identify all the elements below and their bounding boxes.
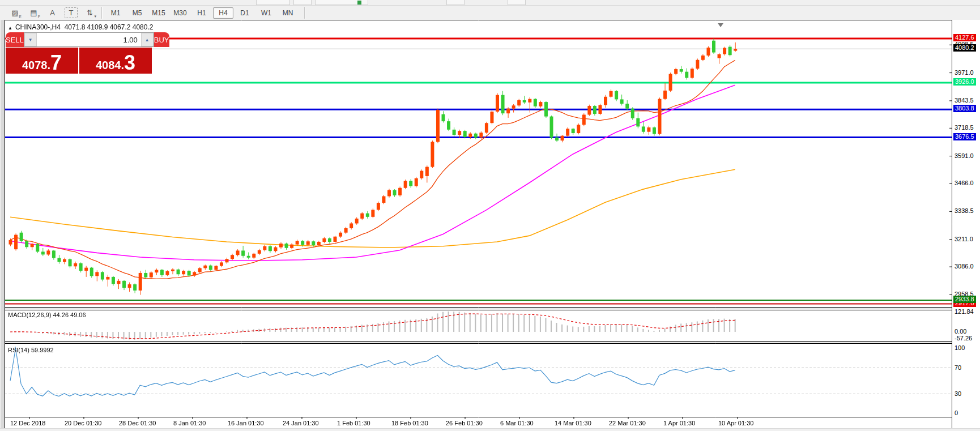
price-tick-label: 3086.0: [955, 263, 974, 270]
label-tool-icon[interactable]: T: [65, 7, 78, 18]
time-axis-label[interactable]: 12 Dec 2018: [10, 420, 45, 426]
time-axis-label[interactable]: 1 Apr 01:30: [663, 420, 695, 426]
rsi-scale-label: 30: [955, 390, 961, 397]
volume-control: ▼ ▲: [24, 32, 154, 47]
timeframe-w1-button[interactable]: W1: [256, 7, 276, 19]
macd-indicator-label: MACD(12,26,9) 44.26 49.06: [8, 311, 86, 318]
macd-scale-label: 0.00: [955, 328, 966, 335]
timeframe-m1-button[interactable]: M1: [105, 7, 126, 19]
price-axis[interactable]: 4098.53971.03843.53718.53591.03466.03338…: [952, 20, 980, 428]
time-axis-label[interactable]: 24 Jan 01:30: [283, 420, 319, 426]
clipped-toolbar-row: [0, 0, 980, 6]
price-tick-label: 3718.5: [955, 124, 974, 131]
volume-decrease-icon[interactable]: ▼: [24, 33, 37, 46]
toolbar-fragment: [293, 0, 312, 5]
time-axis-label[interactable]: 22 Mar 01:30: [609, 420, 646, 426]
collapse-icon[interactable]: ▲: [8, 25, 12, 31]
channel-tool-icon[interactable]: ▨E: [7, 6, 23, 19]
toolbar-fragment-green-icon: [357, 1, 361, 5]
time-axis-label[interactable]: 26 Feb 01:30: [446, 420, 483, 426]
rsi-indicator-label: RSI(14) 59.9992: [8, 347, 54, 353]
toolbar: ▨E ▤F A T ⇅▾ M1 M5 M15 M30 H1 H4 D1 W1 M…: [0, 6, 980, 20]
macd-scale-label: -57.26: [955, 335, 972, 342]
time-axis-label[interactable]: 10 Apr 01:30: [718, 420, 753, 426]
timeframe-mn-button[interactable]: MN: [278, 7, 298, 19]
sell-button[interactable]: SELL: [6, 32, 24, 47]
rsi-scale-label: 0: [955, 409, 958, 416]
price-marker-3676.5: 3676.5: [953, 133, 976, 140]
price-tick-label: 3338.5: [955, 207, 974, 214]
time-axis-label[interactable]: 6 Mar 01:30: [500, 420, 534, 426]
toolbar-fragment: [508, 0, 526, 5]
chart-title: ▲CHINA300-,H4 4071.8 4109.9 4067.2 4080.…: [8, 23, 153, 31]
volume-increase-icon[interactable]: ▲: [141, 33, 154, 46]
timeframe-d1-button[interactable]: D1: [235, 7, 255, 19]
price-tick-label: 3971.0: [955, 69, 974, 76]
price-marker-3926.0: 3926.0: [953, 78, 976, 86]
one-click-trading-panel: SELL ▼ ▲ BUY 4078.7 4084.3: [6, 32, 152, 74]
buy-price-display[interactable]: 4084.3: [79, 48, 152, 74]
volume-input[interactable]: [37, 33, 141, 46]
price-tick-label: 3466.0: [955, 180, 974, 186]
time-axis-label[interactable]: 1 Feb 01:30: [337, 420, 370, 426]
timeframe-m15-button[interactable]: M15: [148, 7, 169, 19]
time-axis-label[interactable]: 16 Jan 01:30: [228, 420, 264, 426]
time-axis-label[interactable]: 20 Dec 01:30: [65, 420, 101, 426]
ohlc-readout: 4071.8 4109.9 4067.2 4080.2: [65, 23, 154, 31]
symbol-period-label: CHINA300-,H4: [15, 23, 61, 31]
price-tick-label: 3211.0: [955, 236, 973, 242]
toolbar-separator: [304, 7, 305, 19]
trading-platform-window: ▨E ▤F A T ⇅▾ M1 M5 M15 M30 H1 H4 D1 W1 M…: [0, 0, 980, 431]
toolbar-separator: [101, 7, 103, 19]
price-tick-label: 3591.0: [955, 152, 974, 159]
time-axis-label[interactable]: 8 Jan 01:30: [173, 420, 206, 426]
price-marker-4080.2: 4080.2: [953, 44, 976, 52]
timeframe-h4-button[interactable]: H4: [213, 7, 233, 19]
time-axis-label[interactable]: 14 Mar 01:30: [555, 420, 591, 426]
price-tick-label: 3843.5: [955, 97, 974, 104]
arrows-tool-icon[interactable]: ⇅▾: [82, 6, 98, 19]
timeframe-m30-button[interactable]: M30: [170, 7, 190, 19]
chart-area[interactable]: [5, 20, 952, 428]
buy-price-pips: 3: [124, 53, 135, 72]
price-marker-2933.8: 2933.8: [953, 296, 976, 303]
sell-price-display[interactable]: 4078.7: [6, 48, 78, 74]
time-axis-label[interactable]: 28 Dec 01:30: [119, 420, 156, 426]
time-axis-label[interactable]: 18 Feb 01:30: [391, 420, 428, 426]
toolbar-fragment: [256, 0, 290, 5]
sell-price-main: 4078: [22, 58, 48, 72]
toolbar-fragment: [446, 0, 465, 5]
chart-canvas[interactable]: [5, 20, 952, 428]
rsi-scale-label: 70: [955, 364, 961, 371]
text-tool-icon[interactable]: A: [44, 6, 61, 19]
timeframe-m5-button[interactable]: M5: [127, 7, 147, 19]
buy-button[interactable]: BUY: [154, 32, 169, 47]
price-marker-3803.8: 3803.8: [953, 105, 976, 112]
fibonacci-tool-icon[interactable]: ▤F: [25, 6, 42, 19]
rsi-scale-label: 100: [955, 344, 965, 351]
macd-scale-label: 121.84: [955, 308, 974, 315]
sell-price-pips: 7: [50, 53, 62, 72]
timeframe-h1-button[interactable]: H1: [191, 7, 212, 19]
price-marker-4127.6: 4127.6: [953, 34, 976, 41]
buy-price-main: 4084: [96, 58, 121, 72]
window-bottom-edge: [0, 428, 980, 431]
